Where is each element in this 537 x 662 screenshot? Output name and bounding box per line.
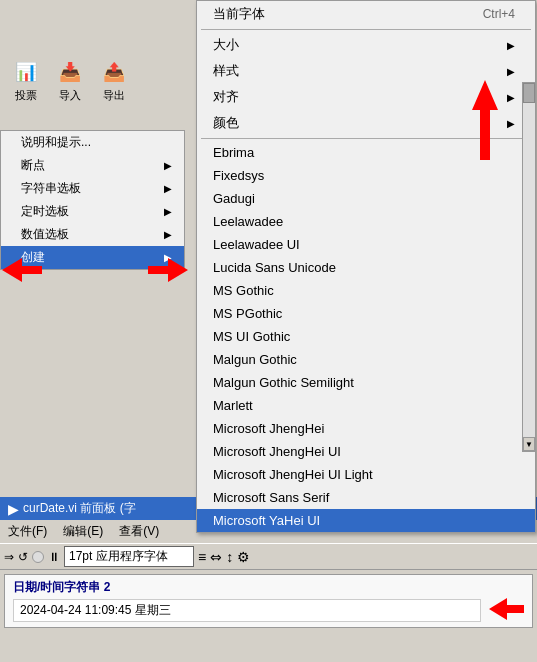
window-icon: ▶: [8, 501, 19, 517]
toolbar-align-btn[interactable]: ≡: [198, 549, 206, 565]
content-label: 日期/时间字符串 2: [13, 579, 524, 596]
font-ms-yahei-ui[interactable]: Microsoft YaHei UI: [197, 509, 535, 532]
red-arrow-1: [2, 258, 42, 285]
font-selector-dropdown[interactable]: 17pt 应用程序字体: [64, 546, 194, 567]
font-ms-ui-gothic[interactable]: MS UI Gothic: [197, 325, 535, 348]
submenu-arrow-color: ▶: [507, 118, 515, 129]
toolbar-back-btn[interactable]: ⇒: [4, 550, 14, 564]
red-arrow-2: [148, 258, 188, 285]
red-up-arrow-svg: [470, 80, 500, 160]
vote-icon: 📊: [12, 58, 40, 86]
font-malgun[interactable]: Malgun Gothic: [197, 348, 535, 371]
menu-view[interactable]: 查看(V): [115, 522, 163, 541]
font-gadugi[interactable]: Gadugi: [197, 187, 535, 210]
font-ms-pgothic[interactable]: MS PGothic: [197, 302, 535, 325]
ctx-current-font[interactable]: 当前字体 Ctrl+4: [197, 1, 535, 27]
menu-item-timing-palette[interactable]: 定时选板 ▶: [1, 200, 184, 223]
font-leelawadee[interactable]: Leelawadee: [197, 210, 535, 233]
font-lucida[interactable]: Lucida Sans Unicode: [197, 256, 535, 279]
submenu-arrow-style: ▶: [507, 66, 515, 77]
scrollbar-track[interactable]: ▼: [522, 82, 536, 452]
toolbar-extra-btn[interactable]: ↕: [226, 549, 233, 565]
font-ms-jheng-light[interactable]: Microsoft JhengHei UI Light: [197, 463, 535, 486]
scrollbar-down-arrow[interactable]: ▼: [523, 437, 535, 451]
submenu-arrow-align: ▶: [507, 92, 515, 103]
svg-marker-0: [2, 258, 42, 282]
svg-marker-3: [489, 598, 524, 620]
submenu-arrow-timing: ▶: [164, 206, 172, 217]
toolbar: 📊 投票 📥 导入 📤 导出: [0, 40, 200, 120]
menu-item-description[interactable]: 说明和提示...: [1, 131, 184, 154]
export-icon: 📤: [100, 58, 128, 86]
toolbar-settings-btn[interactable]: ⚙: [237, 549, 250, 565]
red-up-arrow: [470, 80, 500, 163]
submenu-arrow-numeric: ▶: [164, 229, 172, 240]
menu-edit[interactable]: 编辑(E): [59, 522, 107, 541]
submenu-arrow-size: ▶: [507, 40, 515, 51]
ctx-size[interactable]: 大小 ▶: [197, 32, 535, 58]
import-button[interactable]: 📥 导入: [52, 56, 88, 105]
font-malgun-semi[interactable]: Malgun Gothic Semilight: [197, 371, 535, 394]
scrollbar-thumb[interactable]: [523, 83, 535, 103]
red-left-arrow-svg: [2, 258, 42, 282]
font-ms-jheng-ui[interactable]: Microsoft JhengHei UI: [197, 440, 535, 463]
import-icon: 📥: [56, 58, 84, 86]
toolbar-spacing-btn[interactable]: ⇔: [210, 549, 222, 565]
window-toolbar2: ⇒ ↺ ⏸ 17pt 应用程序字体 ≡ ⇔ ↕ ⚙: [0, 543, 537, 570]
menu-item-breakpoint[interactable]: 断点 ▶: [1, 154, 184, 177]
font-marlett[interactable]: Marlett: [197, 394, 535, 417]
submenu-arrow-breakpoint: ▶: [164, 160, 172, 171]
font-ms-sans-serif[interactable]: Microsoft Sans Serif: [197, 486, 535, 509]
toolbar-refresh-btn[interactable]: ↺: [18, 550, 28, 564]
red-content-arrow-svg: [489, 598, 524, 620]
red-right-arrow: [489, 598, 524, 623]
menu-item-numeric-palette[interactable]: 数值选板 ▶: [1, 223, 184, 246]
content-value: 2024-04-24 11:09:45 星期三: [13, 599, 481, 622]
font-leelawadee-ui[interactable]: Leelawadee UI: [197, 233, 535, 256]
svg-marker-2: [472, 80, 498, 160]
font-fixedsys[interactable]: Fixedsys: [197, 164, 535, 187]
submenu-arrow-string: ▶: [164, 183, 172, 194]
font-ms-jheng[interactable]: Microsoft JhengHei: [197, 417, 535, 440]
font-ms-gothic[interactable]: MS Gothic: [197, 279, 535, 302]
content-area: 日期/时间字符串 2 2024-04-24 11:09:45 星期三: [4, 574, 533, 628]
toolbar-stop-btn[interactable]: [32, 551, 44, 563]
svg-marker-1: [148, 258, 188, 282]
export-button[interactable]: 📤 导出: [96, 56, 132, 105]
content-value-row: 2024-04-24 11:09:45 星期三: [13, 598, 524, 623]
menu-item-string-palette[interactable]: 字符串选板 ▶: [1, 177, 184, 200]
left-context-menu: 说明和提示... 断点 ▶ 字符串选板 ▶ 定时选板 ▶ 数值选板 ▶ 创建 ▶: [0, 130, 185, 270]
vote-button[interactable]: 📊 投票: [8, 56, 44, 105]
toolbar-pause-btn[interactable]: ⏸: [48, 550, 60, 564]
red-right-arrow-svg: [148, 258, 188, 282]
ctx-separator-1: [201, 29, 531, 30]
menu-file[interactable]: 文件(F): [4, 522, 51, 541]
